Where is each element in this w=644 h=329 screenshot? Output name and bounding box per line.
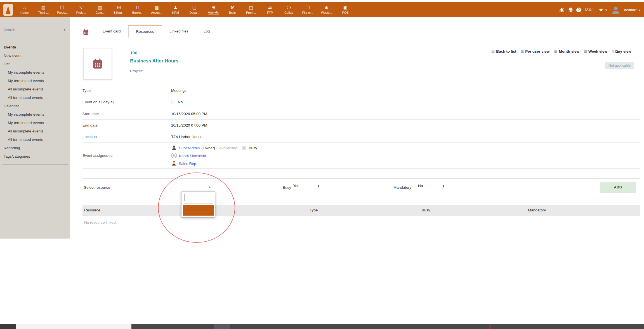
field-value: No	[171, 100, 183, 104]
dolibarr-logo[interactable]	[3, 4, 13, 16]
sidebar-item-new-event[interactable]: New event	[0, 52, 70, 60]
search-chevron-down-icon[interactable]: ▼	[63, 28, 66, 31]
pos-icon: ▣	[343, 5, 348, 10]
topmenu-item-ftp[interactable]: ⇄ FTP	[261, 2, 280, 17]
sidebar-item-calendar-my-terminated-events[interactable]: My terminated events	[0, 119, 70, 127]
topmenu-label-file-manager: File m...	[302, 11, 313, 15]
mandatory-select-value: No	[418, 184, 423, 188]
topbar-right-cluster: ? 12.0.1 ★ ∨ dolibarr ∨	[559, 2, 641, 17]
sidebar-item-list-all-incomplete-events[interactable]: All incomplete events	[0, 85, 70, 94]
search-input[interactable]: Search	[3, 28, 15, 32]
add-button[interactable]: ADD	[600, 182, 636, 193]
prev-arrow[interactable]: <	[617, 50, 619, 55]
products-icon: ❒	[60, 5, 64, 10]
sidebar-item-calendar-all-incomplete-events[interactable]: All incomplete events	[0, 127, 70, 136]
sidebar-item-list-my-incomplete-events[interactable]: My incomplete events	[0, 68, 70, 77]
sidebar-menu: EventsNew eventListMy incomplete eventsM…	[0, 43, 70, 161]
resource-dropdown-arrow-icon[interactable]: ▲	[208, 185, 211, 188]
sidebar-item-calendar[interactable]: Calendar	[0, 102, 70, 110]
topmenu-label-agenda: Agenda	[208, 11, 219, 15]
taskbar-segment	[214, 324, 230, 329]
topmenu-item-billing[interactable]: ⛁ Billing...	[110, 2, 129, 17]
topmenu-item-agenda[interactable]: ⊞ Agenda	[204, 2, 223, 17]
topmenu-item-websites[interactable]: ⊕ Websi...	[317, 2, 336, 17]
bug-icon[interactable]	[559, 7, 565, 13]
view-link-label-per-user-view: Per user view	[525, 49, 549, 53]
bookmark-star-icon[interactable]: ★	[599, 7, 603, 13]
topmenu-label-hrm: HRM	[172, 11, 179, 15]
tab-linked-files[interactable]: Linked files	[162, 25, 196, 38]
week-view-icon: ⊟	[584, 49, 587, 53]
topmenu-item-pos[interactable]: ▣ POS	[336, 2, 355, 17]
topmenu-label-billing: Billing...	[114, 11, 124, 15]
tab-event-card[interactable]: Event card	[95, 25, 128, 38]
username-label[interactable]: dolibarr	[624, 8, 637, 12]
user-chevron-down-icon[interactable]: ∨	[639, 8, 641, 11]
assigned-user-link[interactable]: Sales Rep	[179, 162, 196, 166]
event-fields-table: Type Meetings Event on all day(s) No Sta…	[82, 85, 640, 169]
field-row-type: Type Meetings	[82, 85, 640, 96]
agenda-icon: ⊞	[211, 5, 215, 10]
sidebar-item-calendar-my-incomplete-events[interactable]: My incomplete events	[0, 110, 70, 119]
next-arrow[interactable]: >	[628, 50, 630, 55]
assigned-user-line: Sales Rep	[171, 160, 257, 168]
back-to-list-icon: ▤	[491, 49, 495, 53]
topmenu-item-tools[interactable]: ⚒ Tools	[223, 2, 242, 17]
hrm-icon: ♟	[174, 5, 178, 10]
view-switcher: ▤ Back to list ⊞ Per user view ▦ Month v…	[491, 49, 631, 53]
col-header-resource: Resource	[84, 208, 100, 212]
topmenu-label-banks: Banks...	[132, 11, 143, 15]
sidebar-item-events-header[interactable]: Events	[0, 43, 70, 52]
agenda-calendar-icon	[83, 29, 89, 36]
mandatory-select[interactable]: No ∨	[418, 184, 445, 190]
billing-icon: ⛁	[117, 5, 121, 10]
documents-icon: ❏	[192, 5, 196, 10]
topmenu-item-projects[interactable]: ⌥ Proje...	[72, 2, 91, 17]
dropdown-highlighted-option[interactable]	[183, 205, 214, 216]
sidebar-item-reporting[interactable]: Reporting	[0, 144, 70, 152]
topmenu-label-projects: Proje...	[76, 11, 86, 15]
topmenu-item-products[interactable]: ❒ Produ...	[53, 2, 72, 17]
resource-dropdown-panel	[181, 192, 215, 218]
help-icon[interactable]: ?	[576, 8, 581, 12]
topmenu-item-file-manager[interactable]: ❐ File m...	[298, 2, 317, 17]
sidebar-item-list-all-terminated-events[interactable]: All terminated events	[0, 94, 70, 102]
assigned-user-link[interactable]: Kandi Slominski	[179, 154, 206, 158]
busy-label: Busy	[249, 146, 257, 150]
topmenu-item-commerce[interactable]: ▥ Com...	[91, 2, 110, 17]
sidebar-item-tags-categories[interactable]: Tags/categories	[0, 152, 70, 161]
topmenu-label-third-parties: Third-...	[38, 11, 49, 15]
print-icon[interactable]	[568, 7, 573, 13]
topmenu-item-hrm[interactable]: ♟ HRM	[166, 2, 185, 17]
sidebar-item-calendar-all-terminated-events[interactable]: All terminated events	[0, 136, 70, 144]
tab-resources[interactable]: Resources	[128, 25, 162, 38]
field-value: TJ's Harbor House	[171, 135, 202, 139]
dropdown-search-input[interactable]	[184, 204, 213, 204]
sidebar-item-list[interactable]: List	[0, 60, 70, 68]
topmenu-item-documents[interactable]: ❏ Docu...	[185, 2, 204, 17]
mandatory-field-label: Mandatory	[393, 185, 411, 190]
view-link-back-to-list[interactable]: ▤ Back to list	[491, 49, 516, 53]
select-resource-label: Select resource	[84, 185, 110, 190]
topmenu-item-third-parties[interactable]: ▤ Third-...	[34, 2, 53, 17]
busy-select[interactable]: Yes ∨	[293, 184, 320, 190]
resource-table-header: Resource Type Busy Mandatory	[82, 205, 640, 216]
topmenu-item-home[interactable]: ⌂ Home	[15, 2, 34, 17]
user-outline-avatar-icon	[171, 153, 177, 159]
owner-link[interactable]: SuperAdmin	[179, 146, 200, 150]
view-link-week-view[interactable]: ⊟ Week view	[584, 49, 607, 53]
topmenu-item-promotions[interactable]: ◳ Prom...	[242, 2, 261, 17]
topmenu-item-banks[interactable]: Π Banks...	[128, 2, 147, 17]
sidebar-search-box[interactable]: Search ▼	[3, 25, 66, 35]
topmenu-item-collab[interactable]: ❍ Collab	[279, 2, 298, 17]
topmenu-item-accountancy[interactable]: ▦ Accou...	[147, 2, 166, 17]
owner-suffix: (Owner) -	[201, 146, 217, 150]
view-link-label-month-view: Month view	[559, 49, 580, 53]
user-avatar[interactable]	[610, 4, 621, 15]
sidebar-item-list-my-terminated-events[interactable]: My terminated events	[0, 77, 70, 85]
view-link-month-view[interactable]: ▦ Month view	[554, 49, 579, 53]
tab-log[interactable]: Log	[196, 25, 218, 38]
topmenu-label-accountancy: Accou...	[151, 11, 162, 15]
bookmark-chevron-down-icon[interactable]: ∨	[605, 8, 607, 11]
view-link-per-user-view[interactable]: ⊞ Per user view	[521, 49, 549, 53]
